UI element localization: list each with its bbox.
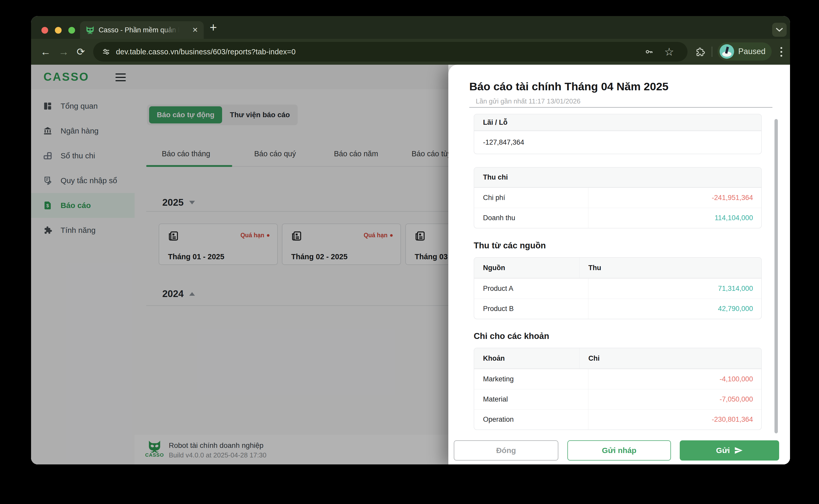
browser-window: Casso - Phần mềm quản lý dò ✕ + ← → ⟳: [31, 16, 790, 464]
modal-overlay[interactable]: [31, 65, 448, 464]
last-sent-timestamp: Lần gửi gần nhất 11:17 13/01/2026: [476, 97, 580, 105]
drawer-title: Báo cáo tài chính Tháng 04 Năm 2025: [469, 80, 668, 93]
forward-button[interactable]: →: [58, 39, 69, 65]
expenses-table: Khoản Chi Marketing -4,100,000 Material …: [474, 348, 762, 430]
sources-section-heading: Thu từ các nguồn: [474, 241, 546, 250]
table-row: Operation -230,801,364: [474, 409, 761, 429]
sources-table: Nguồn Thu Product A 71,314,000 Product B…: [474, 257, 762, 319]
column-header-khoan: Khoản: [474, 354, 579, 362]
table-row: Product B 42,790,000: [474, 299, 761, 319]
minimize-window-button[interactable]: [55, 27, 62, 34]
drawer-scrollbar[interactable]: [774, 119, 778, 433]
browser-toolbar: ← → ⟳ dev.table.casso.vn/business/603/re…: [31, 39, 790, 65]
profit-loss-value: -127,847,364: [474, 131, 524, 154]
url-text[interactable]: dev.table.casso.vn/business/603/reports?…: [116, 48, 295, 56]
table-row: Material -7,050,000: [474, 389, 761, 409]
send-button[interactable]: Gửi: [680, 440, 779, 461]
back-button[interactable]: ←: [40, 39, 51, 65]
address-bar[interactable]: dev.table.casso.vn/business/603/reports?…: [93, 42, 688, 62]
profile-chip[interactable]: Paused: [718, 42, 772, 61]
site-settings-icon[interactable]: [102, 48, 110, 56]
table-row: Doanh thu 114,104,000: [474, 208, 761, 228]
profit-loss-table: Lãi / Lỗ -127,847,364: [474, 114, 762, 154]
send-draft-button[interactable]: Gửi nháp: [568, 440, 671, 461]
table-row: Marketing -4,100,000: [474, 369, 761, 389]
toolbar-separator: [712, 47, 712, 57]
page-content: CASSO Tổng quan Ngân hàng: [31, 65, 790, 464]
column-header-chi: Chi: [579, 348, 761, 368]
tab-title: Casso - Phần mềm quản lý dò: [99, 26, 179, 34]
table-row: Product A 71,314,000: [474, 278, 761, 299]
profit-loss-header: Lãi / Lỗ: [474, 118, 508, 127]
maximize-window-button[interactable]: [68, 27, 75, 34]
extensions-puzzle-icon[interactable]: [695, 39, 705, 65]
new-tab-button[interactable]: +: [210, 20, 217, 35]
profile-status-label: Paused: [738, 47, 765, 56]
avatar: [720, 44, 734, 59]
report-detail-drawer: Báo cáo tài chính Tháng 04 Năm 2025 Lần …: [448, 65, 790, 464]
thu-chi-table: Thu chi Chi phí -241,951,364 Doanh thu 1…: [474, 167, 762, 228]
close-window-button[interactable]: [41, 27, 48, 34]
expenses-section-heading: Chi cho các khoản: [474, 331, 549, 341]
browser-menu-kebab-icon[interactable]: [776, 45, 786, 58]
favicon-casso-cat-icon: [86, 26, 94, 34]
bookmark-star-icon[interactable]: ☆: [664, 46, 674, 58]
reload-button[interactable]: ⟳: [77, 39, 85, 65]
send-paper-plane-icon: [734, 446, 743, 455]
browser-tabstrip: Casso - Phần mềm quản lý dò ✕ +: [31, 16, 790, 39]
browser-tab[interactable]: Casso - Phần mềm quản lý dò ✕: [80, 21, 204, 39]
drawer-header-divider: [469, 107, 772, 108]
close-button[interactable]: Đóng: [454, 440, 558, 461]
close-tab-icon[interactable]: ✕: [192, 26, 198, 34]
table-row: Chi phí -241,951,364: [474, 188, 761, 208]
column-header-thu: Thu: [579, 258, 761, 278]
column-header-nguon: Nguồn: [474, 264, 579, 272]
tab-search-button[interactable]: [772, 23, 787, 37]
chevron-down-icon: [776, 28, 783, 32]
password-key-icon[interactable]: [645, 47, 654, 56]
thu-chi-header: Thu chi: [474, 173, 508, 181]
window-controls[interactable]: [41, 27, 75, 34]
